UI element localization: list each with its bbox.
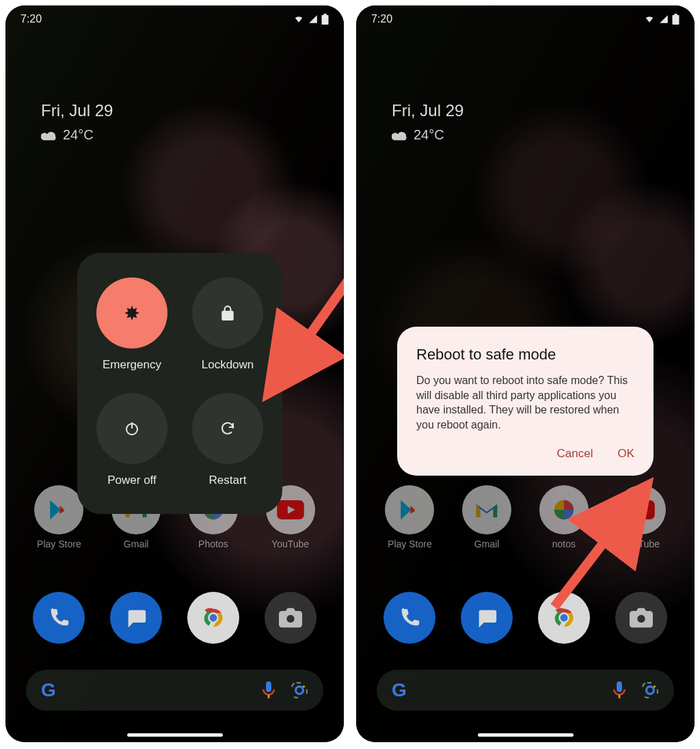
lens-icon[interactable] (291, 681, 308, 699)
phone-right: 7:20 Fri, Jul 29 24°C Play Store Gmail (356, 5, 695, 742)
dock (5, 592, 344, 644)
svg-rect-23 (643, 683, 658, 698)
nav-handle[interactable] (478, 733, 574, 737)
status-bar: 7:20 (356, 5, 695, 29)
app-label: YouTube (622, 539, 660, 549)
playstore-icon (34, 485, 83, 534)
power-lockdown[interactable]: Lockdown (180, 267, 275, 382)
power-label: Emergency (103, 358, 161, 372)
power-restart[interactable]: Restart (180, 382, 275, 498)
power-icon (96, 393, 167, 464)
status-time: 7:20 (371, 13, 392, 25)
status-bar: 7:20 (5, 5, 344, 29)
restart-icon (192, 393, 263, 464)
power-label: Power off (107, 474, 157, 487)
lock-icon (192, 277, 263, 349)
svg-rect-7 (266, 681, 271, 692)
cloud-icon (41, 130, 56, 141)
power-poweroff[interactable]: Power off (84, 382, 180, 498)
app-phone[interactable] (25, 592, 93, 644)
google-logo-icon: G (392, 679, 407, 701)
svg-point-11 (303, 685, 305, 687)
home-temp: 24°C (414, 127, 444, 143)
camera-icon (615, 592, 667, 644)
wifi-icon (643, 14, 656, 24)
signal-icon (658, 14, 669, 24)
search-bar[interactable]: G (26, 670, 323, 711)
gmail-icon (462, 485, 511, 534)
photos-icon (539, 485, 589, 534)
cancel-button[interactable]: Cancel (557, 447, 593, 461)
google-logo-icon: G (41, 679, 56, 701)
dialog-body: Do you want to reboot into safe mode? Th… (416, 373, 634, 432)
app-label: YouTube (271, 539, 309, 549)
mic-icon[interactable] (612, 681, 626, 699)
svg-rect-9 (292, 683, 307, 698)
app-label: Play Store (388, 539, 432, 549)
svg-point-24 (647, 687, 654, 694)
power-label: Lockdown (202, 358, 254, 372)
emergency-icon (96, 277, 167, 349)
svg-point-3 (210, 614, 217, 621)
home-widget[interactable]: Fri, Jul 29 24°C (41, 101, 113, 143)
chrome-icon (538, 592, 590, 644)
search-bar[interactable]: G (377, 670, 674, 711)
messages-icon (461, 592, 513, 644)
app-chrome[interactable] (530, 592, 598, 644)
safe-mode-dialog: Reboot to safe mode Do you want to reboo… (397, 327, 654, 476)
svg-point-10 (296, 687, 304, 694)
phone-left: 7:20 Fri, Jul 29 24°C Play Store Gma (5, 5, 344, 742)
camera-icon (265, 592, 317, 644)
app-phone[interactable] (375, 592, 444, 644)
dock (356, 592, 695, 644)
app-camera[interactable] (607, 592, 675, 644)
app-messages[interactable] (102, 592, 170, 644)
cloud-icon (392, 130, 407, 141)
phone-icon (33, 592, 85, 644)
status-icons (643, 14, 679, 25)
wifi-icon (293, 14, 305, 24)
app-gmail[interactable]: Gmail (453, 485, 521, 549)
chrome-icon (187, 592, 239, 644)
dialog-title: Reboot to safe mode (416, 346, 634, 364)
app-label: Photos (198, 539, 228, 549)
playstore-icon (385, 485, 434, 534)
app-youtube[interactable]: YouTube (607, 485, 675, 549)
home-date: Fri, Jul 29 (392, 101, 463, 120)
app-camera[interactable] (256, 592, 325, 644)
mic-icon[interactable] (262, 681, 275, 699)
app-photos[interactable]: notos (530, 485, 598, 549)
signal-icon (308, 14, 319, 24)
battery-icon (321, 14, 329, 25)
messages-icon (110, 592, 162, 644)
app-label: Play Store (37, 539, 81, 549)
apps-row: Play Store Gmail notos YouTube (356, 485, 695, 549)
svg-rect-21 (617, 681, 622, 692)
youtube-icon (617, 485, 666, 534)
power-menu: Emergency Lockdown Power off Restart (77, 253, 282, 514)
battery-icon (672, 14, 679, 25)
home-date: Fri, Jul 29 (41, 101, 113, 120)
nav-handle[interactable] (127, 733, 223, 737)
home-temp: 24°C (63, 127, 94, 143)
app-chrome[interactable] (179, 592, 247, 644)
app-messages[interactable] (453, 592, 521, 644)
phone-icon (383, 592, 435, 644)
ok-button[interactable]: OK (617, 447, 634, 461)
app-label: Gmail (474, 539, 500, 549)
power-label: Restart (209, 474, 247, 487)
status-icons (293, 14, 329, 25)
svg-point-25 (654, 685, 656, 687)
home-widget[interactable]: Fri, Jul 29 24°C (392, 101, 463, 143)
power-emergency[interactable]: Emergency (84, 267, 180, 382)
app-label: Gmail (124, 539, 149, 549)
lens-icon[interactable] (641, 681, 659, 699)
status-time: 7:20 (21, 13, 42, 25)
app-playstore[interactable]: Play Store (375, 485, 444, 549)
app-label: notos (552, 539, 576, 549)
